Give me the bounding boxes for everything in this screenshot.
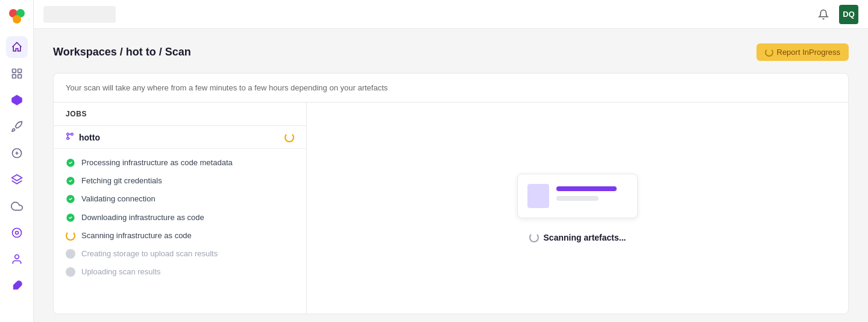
stack-icon[interactable]	[6, 169, 28, 191]
cloud-icon[interactable]	[6, 195, 28, 217]
step-done-icon-2	[66, 176, 75, 186]
step-text-3: Validating connection	[81, 194, 156, 204]
step-done-icon-1	[66, 158, 75, 168]
card-line-primary	[556, 186, 617, 191]
step-item-5: Scanning infrastructure as code	[54, 227, 306, 245]
job-name: hotto	[79, 133, 100, 142]
svg-point-11	[15, 232, 18, 235]
card-line-secondary	[556, 196, 599, 201]
step-pending-icon-7	[66, 267, 75, 277]
home-icon[interactable]	[6, 36, 28, 58]
notification-icon[interactable]	[815, 6, 832, 23]
svg-point-13	[67, 133, 69, 136]
svg-rect-5	[12, 75, 16, 78]
jobs-header: JOBS	[54, 103, 306, 126]
svg-point-10	[12, 229, 21, 238]
step-item-1: Processing infrastructure as code metada…	[54, 154, 306, 172]
svg-point-14	[67, 137, 69, 140]
step-text-2: Fetching git credentials	[81, 175, 162, 186]
profile-icon[interactable]	[6, 248, 28, 270]
scanning-label: Scanning artefacts...	[544, 233, 626, 242]
job-title-row: hotto	[66, 132, 294, 142]
top-bar-right: DQ	[815, 5, 858, 24]
step-text-7: Uploading scan results	[81, 267, 161, 277]
svg-rect-4	[17, 69, 21, 73]
step-done-icon-4	[66, 213, 75, 223]
top-bar-left	[43, 6, 116, 23]
steps-list: Processing infrastructure as code metada…	[54, 149, 306, 286]
scanning-status: Scanning artefacts...	[529, 233, 626, 242]
svg-rect-3	[12, 69, 16, 73]
report-inprogress-button[interactable]: Report InProgress	[756, 43, 849, 61]
page-header: Workspaces / hot to / Scan Report InProg…	[53, 43, 849, 61]
report-spinner-icon	[765, 48, 773, 57]
step-pending-icon-6	[66, 249, 75, 259]
step-text-4: Downloading infrastructure as code	[81, 212, 204, 223]
job-branch-icon	[66, 132, 74, 142]
page-title: Workspaces / hot to / Scan	[53, 46, 191, 58]
step-item-3: Validating connection	[54, 190, 306, 208]
step-item-4: Downloading infrastructure as code	[54, 209, 306, 227]
scan-body: JOBS hotto	[54, 103, 848, 314]
step-loading-icon-5	[66, 231, 75, 241]
settings-icon[interactable]	[6, 222, 28, 244]
top-bar: DQ	[34, 0, 868, 29]
svg-marker-7	[11, 95, 22, 106]
scanning-spinner-icon	[529, 233, 539, 242]
page-content: Workspaces / hot to / Scan Report InProg…	[34, 29, 868, 322]
user-avatar[interactable]: DQ	[839, 5, 858, 24]
step-item-6: Creating storage to upload scan results	[54, 245, 306, 263]
step-done-icon-3	[66, 194, 75, 204]
card-preview	[517, 174, 638, 218]
jobs-panel: JOBS hotto	[54, 103, 307, 314]
job-loading-spinner	[285, 133, 294, 142]
box-icon[interactable]	[6, 63, 28, 84]
main-content: DQ Workspaces / hot to / Scan Report InP…	[34, 0, 868, 322]
job-item-hotto: hotto	[54, 126, 306, 149]
rocket-icon[interactable]	[6, 116, 28, 137]
sidebar	[0, 0, 34, 322]
app-logo[interactable]	[7, 7, 27, 27]
search-box	[43, 6, 116, 23]
svg-point-12	[14, 255, 19, 259]
gem-icon[interactable]	[6, 89, 28, 111]
scan-notice: Your scan will take any where from a few…	[54, 74, 848, 103]
step-text-6: Creating storage to upload scan results	[81, 248, 218, 259]
svg-marker-9	[11, 175, 22, 181]
step-item-2: Fetching git credentials	[54, 172, 306, 190]
svg-point-2	[13, 15, 21, 24]
circle-icon[interactable]	[6, 142, 28, 164]
svg-rect-6	[17, 75, 21, 78]
card-thumbnail	[527, 184, 549, 208]
step-text-5: Scanning infrastructure as code	[81, 230, 192, 241]
step-item-7: Uploading scan results	[54, 263, 306, 281]
svg-point-15	[71, 133, 74, 136]
report-button-label: Report InProgress	[777, 48, 841, 57]
job-name-left: hotto	[66, 132, 100, 142]
right-panel: Scanning artefacts...	[307, 103, 848, 314]
step-text-1: Processing infrastructure as code metada…	[81, 157, 233, 168]
feather-icon[interactable]	[6, 275, 28, 297]
card-lines	[556, 184, 627, 201]
scan-panel: Your scan will take any where from a few…	[53, 73, 849, 314]
